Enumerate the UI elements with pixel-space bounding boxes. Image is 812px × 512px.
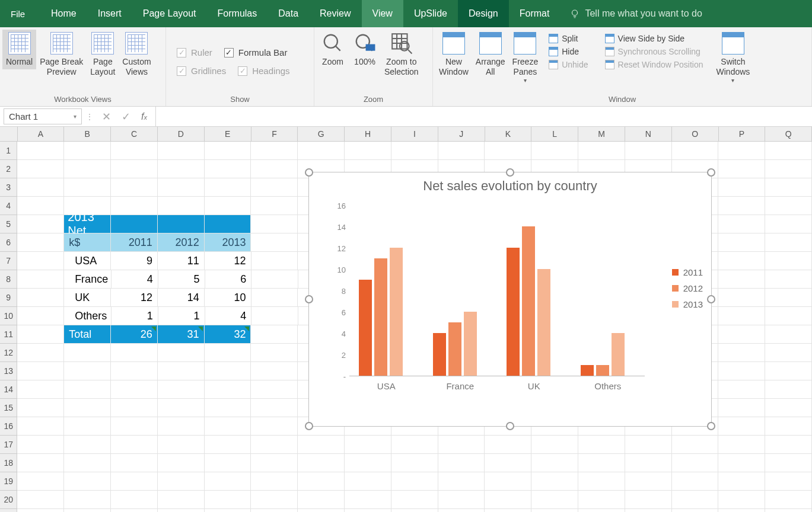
bar[interactable] [464,312,477,376]
cell[interactable] [765,491,812,509]
cell[interactable] [438,472,485,491]
cell[interactable] [718,325,765,344]
cell[interactable] [64,417,111,436]
cell[interactable] [625,509,672,512]
cell[interactable]: 1 [158,307,205,325]
cell[interactable] [345,472,391,491]
cell[interactable] [158,472,205,491]
resize-handle[interactable] [707,168,715,177]
cell[interactable] [391,142,438,160]
cell[interactable]: k$ [64,233,111,252]
cell[interactable] [298,436,345,454]
col-header[interactable]: B [64,127,111,141]
cell[interactable] [17,362,64,380]
tab-file[interactable]: File [0,0,40,27]
cell[interactable] [765,472,812,491]
cell[interactable] [765,160,812,178]
cell[interactable] [718,491,765,509]
resize-handle[interactable] [305,295,313,303]
cell[interactable] [251,178,298,197]
cell[interactable] [17,417,64,436]
cell[interactable]: 26 [111,325,158,344]
cell[interactable] [205,142,251,160]
cell[interactable]: 11 [158,252,205,270]
cell[interactable]: 6 [205,270,252,289]
cell[interactable] [111,436,158,454]
cell[interactable]: 1 [112,307,158,325]
row-header[interactable]: 17 [0,436,17,454]
cell[interactable] [391,509,438,512]
col-header[interactable]: D [158,127,205,141]
resize-handle[interactable] [506,168,514,177]
cell[interactable] [485,472,531,491]
cell[interactable] [17,160,64,178]
cell[interactable] [765,325,812,344]
chart-legend[interactable]: 201120122013 [672,261,703,315]
cell[interactable] [765,197,812,215]
cell[interactable] [64,160,111,178]
cell[interactable]: USA [64,252,111,270]
cell[interactable] [205,436,251,454]
headings-checkbox[interactable]: ✓Headings [232,63,295,78]
cell[interactable] [718,233,765,252]
cell[interactable] [391,454,438,472]
col-header[interactable]: E [205,127,251,141]
cell[interactable] [111,399,158,417]
cell[interactable] [438,436,485,454]
cell[interactable] [251,215,298,233]
cell[interactable] [531,491,578,509]
cell[interactable] [205,160,251,178]
col-header[interactable]: J [438,127,485,141]
cell[interactable] [205,491,251,509]
zoom-100-button[interactable]: 100% [349,30,381,69]
sync-scroll-button[interactable]: Synchronous Scrolling [600,45,708,58]
view-side-by-side-button[interactable]: View Side by Side [600,32,708,45]
cell[interactable]: 9 [111,252,158,270]
row-header[interactable]: 3 [0,178,17,197]
tab-formulas[interactable]: Formulas [207,0,268,27]
cell[interactable] [17,215,64,233]
cell[interactable] [17,454,64,472]
cell[interactable] [298,491,345,509]
cell[interactable] [251,289,298,307]
cell[interactable] [17,509,64,512]
cell[interactable] [485,454,531,472]
cell[interactable] [718,270,765,289]
cell[interactable] [578,509,625,512]
row-header[interactable]: 20 [0,491,17,509]
cell[interactable] [64,436,111,454]
row-header[interactable]: 18 [0,454,17,472]
cell[interactable] [765,215,812,233]
cell[interactable] [205,454,251,472]
cell[interactable] [17,307,64,325]
row-header[interactable]: 13 [0,362,17,380]
cell[interactable] [205,362,251,380]
cell[interactable] [17,344,64,362]
cell[interactable] [531,142,578,160]
cell[interactable] [765,307,812,325]
split-button[interactable]: Split [544,32,593,45]
normal-view-button[interactable]: Normal [2,30,36,69]
cell[interactable] [625,491,672,509]
resize-handle[interactable] [506,422,514,430]
freeze-panes-button[interactable]: Freeze Panes▾ [509,30,542,87]
zoom-button[interactable]: Zoom [317,30,349,69]
cell[interactable]: 2011 [111,233,158,252]
cell[interactable] [765,417,812,436]
cell[interactable]: 5 [158,270,205,289]
cell[interactable] [438,509,485,512]
cell[interactable] [531,454,578,472]
cell[interactable] [205,509,251,512]
row-header[interactable]: 5 [0,215,17,233]
cell[interactable] [718,362,765,380]
cell[interactable] [158,454,205,472]
chart-object[interactable]: Net sales evolution by country -24681012… [308,172,712,427]
cell[interactable] [64,380,111,399]
cell[interactable] [485,491,531,509]
cell[interactable]: 4 [112,270,158,289]
col-header[interactable]: I [391,127,438,141]
cell[interactable] [158,509,205,512]
row-header[interactable]: 8 [0,270,17,289]
cell[interactable] [17,270,64,289]
cell[interactable] [251,417,298,436]
